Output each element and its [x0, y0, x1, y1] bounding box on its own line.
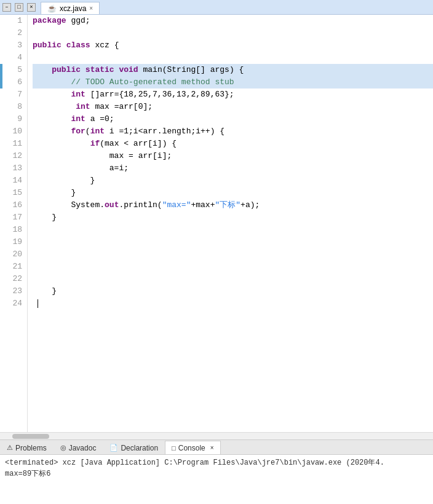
line-numbers-gutter: 123456789101112131415161718192021222324	[0, 15, 28, 432]
declaration-tab-icon: 📄	[109, 444, 118, 452]
line-number-9: 9	[5, 113, 22, 125]
console-tab-icon: □	[172, 444, 176, 452]
title-bar: – □ × ☕ xcz.java ×	[0, 0, 433, 15]
minimize-button[interactable]: –	[2, 3, 11, 12]
code-line-7: int []arr={18,25,7,36,13,2,89,63};	[33, 89, 433, 101]
scrollbar-thumb[interactable]	[12, 434, 49, 439]
code-content: package ggd; public class xcz { public s…	[28, 15, 433, 310]
code-line-20	[33, 248, 433, 261]
code-line-2	[33, 27, 433, 39]
close-button[interactable]: ×	[27, 3, 36, 12]
line-number-24: 24	[5, 297, 22, 310]
line-number-2: 2	[5, 27, 22, 39]
line-number-6: 6	[5, 76, 22, 89]
java-file-icon: ☕	[47, 4, 57, 13]
code-line-5: public static void main(String[] args) {	[33, 64, 433, 76]
bottom-tab-console[interactable]: □Console×	[165, 441, 221, 454]
line-number-1: 1	[5, 15, 22, 27]
code-line-8: int max =arr[0];	[33, 101, 433, 113]
problems-tab-label: Problems	[15, 444, 47, 452]
editor-area: 123456789101112131415161718192021222324 …	[0, 15, 433, 432]
console-line-2: max=89下标6	[5, 468, 428, 479]
line-number-23: 23	[5, 285, 22, 297]
code-line-18	[33, 224, 433, 236]
text-cursor	[38, 299, 38, 308]
javadoc-tab-icon: ◎	[60, 444, 66, 452]
bottom-panel: ⚠Problems◎Javadoc📄Declaration□Console× <…	[0, 439, 433, 504]
code-line-23: }	[33, 285, 433, 297]
line-number-17: 17	[5, 211, 22, 224]
code-line-13: a=i;	[33, 162, 433, 175]
code-line-21	[33, 261, 433, 273]
javadoc-tab-label: Javadoc	[69, 444, 97, 452]
declaration-tab-label: Declaration	[121, 444, 158, 452]
line-number-14: 14	[5, 175, 22, 187]
code-panel[interactable]: package ggd; public class xcz { public s…	[28, 15, 433, 432]
editor-tab-xcz[interactable]: ☕ xcz.java ×	[41, 2, 100, 14]
tab-close-icon[interactable]: ×	[89, 5, 93, 12]
code-line-1: package ggd;	[33, 15, 433, 27]
code-line-3: public class xcz {	[33, 39, 433, 52]
line-number-18: 18	[5, 224, 22, 236]
line-number-8: 8	[5, 101, 22, 113]
editor-horizontal-scrollbar[interactable]	[0, 432, 433, 439]
line-number-22: 22	[5, 273, 22, 285]
code-line-15: }	[33, 187, 433, 199]
line-number-19: 19	[5, 236, 22, 248]
line-number-20: 20	[5, 248, 22, 261]
line-number-4: 4	[5, 52, 22, 64]
line-number-5: 5	[5, 64, 22, 76]
line-number-3: 3	[5, 39, 22, 52]
console-output: <terminated> xcz [Java Application] C:\P…	[0, 455, 433, 504]
line-number-21: 21	[5, 261, 22, 273]
line-number-15: 15	[5, 187, 22, 199]
code-line-24	[33, 297, 433, 310]
line-number-11: 11	[5, 138, 22, 150]
code-line-4	[33, 52, 433, 64]
editor-tab-label: xcz.java	[60, 4, 86, 13]
code-line-10: for(int i =1;i<arr.length;i++) {	[33, 125, 433, 138]
code-line-12: max = arr[i];	[33, 150, 433, 162]
code-line-6: // TODO Auto-generated method stub	[33, 76, 433, 89]
bottom-tab-declaration[interactable]: 📄Declaration	[103, 441, 165, 454]
console-tab-close-icon[interactable]: ×	[210, 444, 214, 451]
code-line-16: System.out.println("max="+max+"下标"+a);	[33, 199, 433, 211]
console-line-1: <terminated> xcz [Java Application] C:\P…	[5, 457, 428, 468]
window-controls[interactable]: – □ ×	[2, 3, 36, 12]
bottom-tab-bar: ⚠Problems◎Javadoc📄Declaration□Console×	[0, 440, 433, 455]
code-line-11: if(max < arr[i]) {	[33, 138, 433, 150]
line-number-16: 16	[5, 199, 22, 211]
line-number-12: 12	[5, 150, 22, 162]
maximize-button[interactable]: □	[15, 3, 23, 12]
code-line-9: int a =0;	[33, 113, 433, 125]
line-number-10: 10	[5, 125, 22, 138]
code-line-22	[33, 273, 433, 285]
line-number-7: 7	[5, 89, 22, 101]
code-line-19	[33, 236, 433, 248]
line-number-13: 13	[5, 162, 22, 175]
console-tab-label: Console	[178, 444, 205, 452]
editor-tab-bar: ☕ xcz.java ×	[41, 0, 100, 14]
bottom-tab-problems[interactable]: ⚠Problems	[0, 441, 54, 454]
code-line-14: }	[33, 175, 433, 187]
bottom-tab-javadoc[interactable]: ◎Javadoc	[54, 441, 103, 454]
problems-tab-icon: ⚠	[7, 444, 13, 452]
code-line-17: }	[33, 211, 433, 224]
